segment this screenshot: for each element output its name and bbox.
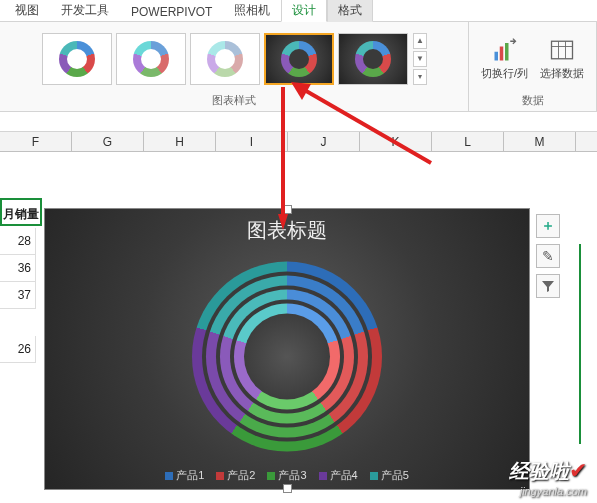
svg-rect-1 [499, 47, 503, 61]
style-scroll-down[interactable]: ▼ [413, 51, 427, 67]
style-scroll-up[interactable]: ▲ [413, 33, 427, 49]
donut-chart [192, 262, 382, 452]
col-header[interactable]: L [432, 132, 504, 151]
brush-icon: ✎ [542, 248, 554, 264]
group-data: 切换行/列 选择数据 数据 [469, 22, 597, 111]
cell[interactable]: 26 [0, 336, 36, 363]
chart-style-3[interactable] [190, 33, 260, 85]
group-label-data: 数据 [522, 91, 544, 111]
column-headers: F G H I J K L M [0, 132, 597, 152]
plus-icon: ＋ [541, 217, 555, 235]
tab-camera[interactable]: 照相机 [223, 0, 281, 21]
tab-dev[interactable]: 开发工具 [50, 0, 120, 21]
svg-rect-2 [505, 43, 509, 61]
chart-filters-button[interactable] [536, 274, 560, 298]
swap-icon [491, 36, 519, 64]
svg-rect-3 [552, 41, 573, 59]
col-header[interactable]: M [504, 132, 576, 151]
col-header[interactable]: K [360, 132, 432, 151]
cell[interactable]: 36 [0, 255, 36, 282]
col-header[interactable]: J [288, 132, 360, 151]
chart-elements-button[interactable]: ＋ [536, 214, 560, 238]
chart-style-5[interactable] [338, 33, 408, 85]
style-expand[interactable]: ▾ [413, 69, 427, 85]
sheet-area: 月销量 28 36 37 26 图表标题 产品1 产品2 产品3 产品4 产品5… [0, 152, 597, 502]
task-pane-edge [579, 244, 597, 444]
col-header[interactable]: H [144, 132, 216, 151]
group-chart-styles: ▲ ▼ ▾ 图表样式 [0, 22, 469, 111]
tab-format[interactable]: 格式 [327, 0, 373, 22]
tab-powerpivot[interactable]: POWERPIVOT [120, 1, 223, 21]
watermark: 经验啦✔ jingyanla.com [509, 458, 587, 497]
selected-cell[interactable]: 月销量 [0, 198, 42, 226]
select-data-icon [548, 36, 576, 64]
select-data-label: 选择数据 [540, 66, 584, 81]
col-header[interactable]: G [72, 132, 144, 151]
chart-style-2[interactable] [116, 33, 186, 85]
chart-style-4[interactable] [264, 33, 334, 85]
cell[interactable]: 37 [0, 282, 36, 309]
swap-row-col-button[interactable]: 切换行/列 [479, 34, 530, 83]
style-gallery-more: ▲ ▼ ▾ [412, 33, 428, 85]
cell[interactable]: 28 [0, 228, 36, 255]
chart-legend: 产品1 产品2 产品3 产品4 产品5 [45, 468, 529, 483]
chart-side-buttons: ＋ ✎ [536, 214, 560, 298]
ribbon: ▲ ▼ ▾ 图表样式 切换行/列 [0, 22, 597, 112]
chart-title: 图表标题 [45, 209, 529, 244]
tab-design[interactable]: 设计 [281, 0, 327, 22]
svg-rect-0 [494, 52, 498, 61]
select-data-button[interactable]: 选择数据 [538, 34, 586, 83]
group-label-styles: 图表样式 [212, 91, 256, 111]
chart-styles-button[interactable]: ✎ [536, 244, 560, 268]
ribbon-tabs: 视图 开发工具 POWERPIVOT 照相机 设计 格式 [0, 0, 597, 22]
embedded-chart[interactable]: 图表标题 产品1 产品2 产品3 产品4 产品5 [44, 208, 530, 490]
col-header[interactable]: F [0, 132, 72, 151]
formula-bar-area [0, 112, 597, 132]
col-header[interactable]: I [216, 132, 288, 151]
swap-label: 切换行/列 [481, 66, 528, 81]
tab-view[interactable]: 视图 [4, 0, 50, 21]
funnel-icon [541, 279, 555, 293]
chart-style-1[interactable] [42, 33, 112, 85]
